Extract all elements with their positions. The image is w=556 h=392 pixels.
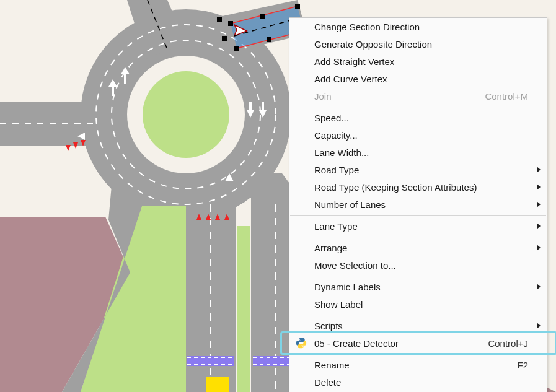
menu-item-label: 05 - Create Detector: [314, 338, 399, 349]
chevron-right-icon: [537, 323, 541, 329]
menu-item-label: Delete: [314, 377, 341, 388]
menu-item-label: Join: [314, 91, 332, 102]
menu-item-label: Rename: [314, 360, 350, 370]
menu-item-05-create-detector[interactable]: 05 - Create DetectorControl+J: [289, 334, 547, 352]
menu-item-lane-width[interactable]: Lane Width...: [289, 144, 547, 161]
menu-item-label: Arrange: [314, 243, 347, 253]
menu-item-dynamic-labels[interactable]: Dynamic Labels: [289, 278, 547, 295]
menu-item-label: Show Label: [314, 299, 363, 310]
menu-separator: [290, 107, 546, 107]
menu-item-generate-opposite-direction[interactable]: Generate Opposite Direction: [289, 35, 547, 53]
menu-item-shortcut: Control+J: [488, 338, 539, 349]
chevron-right-icon: [537, 201, 541, 207]
chevron-right-icon: [537, 184, 541, 190]
menu-item-capacity[interactable]: Capacity...: [289, 126, 547, 144]
menu-item-shortcut: F2: [517, 360, 539, 370]
python-icon: [294, 336, 308, 350]
svg-rect-41: [217, 17, 222, 22]
menu-item-label: Speed...: [314, 113, 349, 123]
menu-item-label: Road Type (Keeping Section Attributes): [314, 182, 477, 193]
menu-item-label: Capacity...: [314, 130, 358, 141]
menu-separator: [290, 237, 546, 237]
chevron-right-icon: [537, 245, 541, 251]
chevron-right-icon: [537, 167, 541, 173]
menu-item-change-section-direction[interactable]: Change Section Direction: [289, 18, 547, 35]
menu-separator: [290, 315, 546, 315]
menu-separator: [290, 354, 546, 354]
svg-point-3: [143, 71, 229, 158]
menu-item-road-type[interactable]: Road Type: [289, 161, 547, 178]
svg-rect-35: [228, 21, 233, 26]
menu-item-scripts[interactable]: Scripts: [289, 317, 547, 334]
menu-item-label: Generate Opposite Direction: [314, 39, 432, 50]
menu-item-label: Move Selection to...: [314, 260, 396, 271]
svg-rect-36: [260, 14, 265, 19]
menu-item-label: Road Type: [314, 165, 359, 175]
menu-item-show-label[interactable]: Show Label: [289, 295, 547, 313]
menu-item-shortcut: Control+M: [485, 91, 539, 102]
menu-item-road-type-keeping-section-attributes[interactable]: Road Type (Keeping Section Attributes): [289, 178, 547, 196]
svg-point-47: [302, 346, 304, 347]
menu-item-arrange[interactable]: Arrange: [289, 239, 547, 256]
svg-rect-38: [234, 46, 239, 51]
chevron-right-icon: [537, 284, 541, 290]
menu-item-lane-type[interactable]: Lane Type: [289, 217, 547, 235]
menu-item-move-selection-to[interactable]: Move Selection to...: [289, 256, 547, 274]
svg-point-46: [299, 339, 300, 340]
context-menu: Change Section DirectionGenerate Opposit…: [289, 17, 547, 392]
menu-item-label: Lane Width...: [314, 147, 369, 158]
svg-rect-39: [267, 37, 271, 42]
menu-item-rename[interactable]: RenameF2: [289, 356, 547, 373]
menu-item-speed[interactable]: Speed...: [289, 109, 547, 126]
menu-item-join: JoinControl+M: [289, 87, 547, 105]
svg-rect-28: [206, 377, 229, 392]
menu-item-label: Add Straight Vertex: [314, 56, 394, 67]
menu-item-label: Number of Lanes: [314, 199, 386, 210]
menu-item-delete[interactable]: Delete: [289, 373, 547, 391]
menu-separator: [290, 215, 546, 216]
menu-item-label: Change Section Direction: [314, 22, 420, 32]
menu-item-label: Lane Type: [314, 221, 358, 232]
svg-rect-7: [237, 226, 250, 392]
menu-item-number-of-lanes[interactable]: Number of Lanes: [289, 196, 547, 213]
menu-item-add-curve-vertex[interactable]: Add Curve Vertex: [289, 70, 547, 87]
svg-rect-37: [295, 4, 300, 9]
menu-separator: [290, 276, 546, 276]
menu-item-add-straight-vertex[interactable]: Add Straight Vertex: [289, 53, 547, 70]
menu-item-label: Add Curve Vertex: [314, 74, 387, 84]
menu-item-label: Scripts: [314, 321, 343, 331]
svg-rect-42: [222, 36, 227, 41]
menu-item-label: Dynamic Labels: [314, 282, 381, 292]
chevron-right-icon: [537, 223, 541, 229]
